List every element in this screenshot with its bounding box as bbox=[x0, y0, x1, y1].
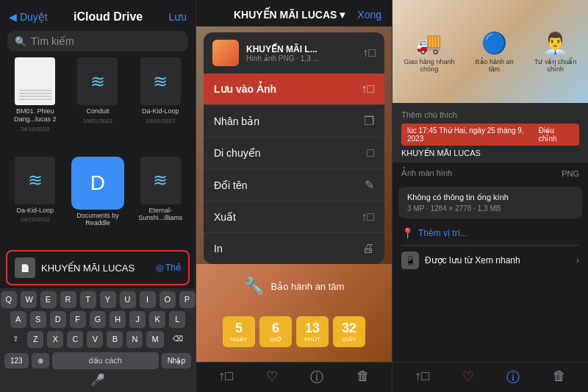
file-name: Conduit bbox=[86, 107, 109, 115]
key-w[interactable]: W bbox=[21, 291, 37, 308]
file-name: Documents by Readdle bbox=[68, 212, 126, 228]
chevron-down-icon: ▾ bbox=[340, 9, 345, 21]
dropdown-item-print[interactable]: In 🖨 bbox=[204, 232, 384, 264]
key-globe[interactable]: ⊕ bbox=[32, 353, 49, 368]
file-item[interactable]: D Documents by Readdle bbox=[68, 157, 126, 248]
key-d[interactable]: D bbox=[50, 311, 66, 328]
search-placeholder: Tìm kiếm bbox=[31, 35, 74, 47]
key-v[interactable]: V bbox=[87, 331, 103, 348]
audio-wave-icon: ≋ bbox=[153, 71, 168, 92]
key-n[interactable]: N bbox=[126, 331, 143, 348]
date-text: lúc 17:45 Thứ Hai, ngày 25 tháng 9, 2023 bbox=[407, 126, 539, 143]
key-z[interactable]: Z bbox=[27, 331, 43, 348]
dropdown-item-rename[interactable]: Đổi tên ✎ bbox=[204, 168, 384, 201]
print-icon: 🖨 bbox=[362, 242, 374, 255]
file-thumbnail: ≋ bbox=[77, 57, 118, 105]
panel1-title: iCloud Drive bbox=[74, 10, 143, 24]
key-r[interactable]: R bbox=[60, 291, 76, 308]
file-info-text: Không có thông tin ống kính bbox=[407, 193, 573, 202]
key-f[interactable]: F bbox=[70, 311, 86, 328]
share-toolbar-icon[interactable]: ↑□ bbox=[218, 368, 233, 386]
file-meta: 19/01/2022 bbox=[146, 118, 175, 124]
delete-toolbar-icon[interactable]: 🗑 bbox=[356, 368, 370, 386]
key-c[interactable]: C bbox=[67, 331, 83, 348]
file-type-badge: PNG bbox=[562, 169, 579, 178]
key-b[interactable]: B bbox=[107, 331, 123, 348]
key-return[interactable]: Nhập bbox=[162, 353, 191, 368]
countdown-seconds: 32 GIÂY bbox=[333, 316, 365, 347]
file-info-row: Ảnh màn hình PNG bbox=[392, 163, 588, 184]
file-item[interactable]: BM01. Phieu Dang...lucas 2 24/10/2022 bbox=[6, 57, 64, 152]
keyboard-bottom-row: 123 ⊕ dấu cách Nhập bbox=[1, 351, 194, 371]
key-q[interactable]: Q bbox=[1, 291, 17, 308]
info-toolbar-icon[interactable]: ⓘ bbox=[310, 368, 323, 386]
key-l[interactable]: L bbox=[169, 311, 185, 328]
close-button[interactable]: Xong bbox=[357, 9, 381, 21]
file-item[interactable]: ≋ Da-Kid-Loop 24/10/2022 bbox=[6, 157, 64, 248]
key-space[interactable]: dấu cách bbox=[52, 352, 159, 369]
source-row[interactable]: 📱 Được lưu từ Xem nhanh › bbox=[392, 246, 588, 275]
dropdown-item-export[interactable]: Xuất ↑□ bbox=[204, 201, 384, 232]
key-e[interactable]: E bbox=[40, 291, 57, 308]
selected-tag[interactable]: ◎ Thẻ bbox=[156, 263, 181, 273]
dropdown-file-name: KHUYẾN MÃI L... bbox=[246, 44, 355, 54]
countdown-minutes: 13 PHÚT bbox=[296, 316, 329, 347]
key-x[interactable]: X bbox=[47, 331, 63, 348]
key-y[interactable]: Y bbox=[100, 291, 116, 308]
key-delete[interactable]: ⌫ bbox=[168, 331, 188, 348]
microphone-icon[interactable]: 🎤 bbox=[1, 371, 194, 389]
info-toolbar-icon[interactable]: ⓘ bbox=[506, 368, 520, 386]
back-button[interactable]: ◀ Duyệt bbox=[9, 11, 48, 23]
support-text: Tư vấn chuẩn chỉnh bbox=[530, 58, 581, 73]
save-photo-label: Lưu vào Ảnh bbox=[214, 83, 276, 95]
file-section-label: Ảnh màn hình bbox=[401, 168, 452, 178]
favorite-toolbar-icon[interactable]: ♡ bbox=[266, 368, 278, 386]
key-shift[interactable]: ⇧ bbox=[7, 331, 24, 348]
file-item[interactable]: ≋ Da-Kid-Loop 19/01/2022 bbox=[132, 57, 190, 152]
key-j[interactable]: J bbox=[129, 311, 146, 328]
dropdown-item-save-photo[interactable]: Lưu vào Ảnh ↑□ bbox=[204, 74, 384, 104]
key-a[interactable]: A bbox=[10, 311, 26, 328]
support-icon: 👨‍💼 bbox=[542, 31, 568, 55]
key-s[interactable]: S bbox=[30, 311, 46, 328]
key-m[interactable]: M bbox=[146, 331, 163, 348]
file-item[interactable]: ≋ Eternal-Sunshi...illiams bbox=[132, 157, 190, 248]
panel1-header: ◀ Duyệt iCloud Drive Lưu bbox=[0, 0, 196, 28]
share-dropdown-menu: KHUYẾN MÃI L... Hình ảnh PNG · 1,3 ... ↑… bbox=[196, 26, 392, 264]
delivery-item-shield: 🔵 Bảo hành an tâm bbox=[473, 31, 516, 73]
share-icon[interactable]: ↑□ bbox=[362, 46, 376, 60]
dropdown-file-meta: Hình ảnh PNG · 1,3 ... bbox=[246, 54, 355, 63]
location-row[interactable]: 📍 Thêm vị trí... bbox=[392, 221, 588, 245]
key-t[interactable]: T bbox=[80, 291, 96, 308]
key-p[interactable]: P bbox=[179, 291, 196, 308]
key-123[interactable]: 123 bbox=[4, 353, 29, 368]
minutes-label: PHÚT bbox=[304, 336, 321, 343]
key-u[interactable]: U bbox=[120, 291, 136, 308]
delete-toolbar-icon[interactable]: 🗑 bbox=[553, 368, 566, 386]
dropdown-item-move[interactable]: Di chuyển □ bbox=[204, 137, 384, 168]
file-dimensions: 3 MP · 1284 × 2778 · 1,3 MB bbox=[407, 204, 573, 213]
share-toolbar-icon[interactable]: ↑□ bbox=[415, 368, 429, 386]
edit-button[interactable]: Điều chỉnh bbox=[539, 126, 573, 143]
key-o[interactable]: O bbox=[159, 291, 176, 308]
truck-icon: 🚚 bbox=[416, 31, 442, 55]
countdown-hours: 6 GIỜ bbox=[259, 316, 292, 347]
search-icon: 🔍 bbox=[15, 36, 26, 47]
export-label: Xuất bbox=[214, 211, 236, 223]
key-h[interactable]: H bbox=[110, 311, 126, 328]
file-thumbnail: ≋ bbox=[15, 157, 55, 204]
key-i[interactable]: I bbox=[140, 291, 156, 308]
key-k[interactable]: K bbox=[149, 311, 165, 328]
delivery-item-support: 👨‍💼 Tư vấn chuẩn chỉnh bbox=[530, 31, 581, 73]
panel-icloud-drive: ◀ Duyệt iCloud Drive Lưu 🔍 Tìm kiếm BM01… bbox=[0, 0, 196, 392]
panel2-header: KHUYẾN MÃI LUCAS ▾ Xong bbox=[196, 0, 392, 26]
save-button[interactable]: Lưu bbox=[168, 11, 187, 23]
favorite-toolbar-icon[interactable]: ♡ bbox=[462, 368, 474, 386]
search-bar[interactable]: 🔍 Tìm kiếm bbox=[7, 31, 188, 51]
file-item[interactable]: ≋ Conduit 19/01/2022 bbox=[68, 57, 126, 152]
key-g[interactable]: G bbox=[90, 311, 107, 328]
dropdown-item-duplicate[interactable]: Nhân bản ❐ bbox=[204, 104, 384, 137]
file-thumbnail: ≋ bbox=[140, 157, 181, 204]
delivery-text: Giao hàng nhanh chóng bbox=[400, 58, 459, 73]
rename-icon: ✎ bbox=[365, 178, 374, 192]
